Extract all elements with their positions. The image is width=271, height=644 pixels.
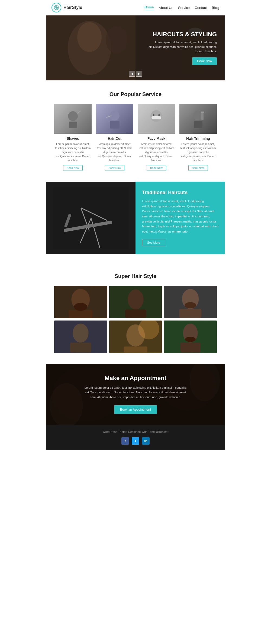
- trimming-image: [179, 104, 217, 134]
- svg-rect-23: [194, 121, 202, 128]
- nav-contact[interactable]: Contact: [195, 6, 207, 10]
- next-arrow[interactable]: ▶: [136, 71, 142, 77]
- shaves-name: Shaves: [54, 136, 92, 140]
- service-card-shaves: Shaves Lorem ipsum dolor sit amet, test …: [54, 104, 92, 171]
- shaves-book-btn[interactable]: Book Now: [63, 165, 83, 171]
- service-card-facemask: Face Mask Lorem ipsum dolor sit amet, te…: [138, 104, 175, 171]
- svg-point-8: [77, 22, 102, 52]
- popular-service-title: Our Popular Service: [54, 91, 217, 97]
- svg-point-21: [158, 114, 160, 116]
- appointment-title: Make an Appointment: [105, 375, 166, 382]
- gallery-item-3: [164, 286, 217, 318]
- svg-rect-40: [69, 310, 93, 318]
- book-appointment-button[interactable]: Book an Appointment: [114, 405, 157, 414]
- book-now-button[interactable]: Book Now: [192, 57, 217, 65]
- footer-credit: WordPress Theme Designed With TemplatToa…: [51, 430, 220, 433]
- trimming-img-bg: [179, 104, 217, 134]
- svg-rect-45: [125, 309, 146, 318]
- navbar: HairStyle Home About Us Service Contact …: [46, 0, 225, 15]
- svg-point-62: [185, 337, 196, 342]
- gallery-item-6: [164, 321, 217, 353]
- services-grid: Shaves Lorem ipsum dolor sit amet, test …: [54, 104, 217, 171]
- facemask-image: [138, 104, 175, 134]
- facemask-img-bg: [138, 104, 175, 134]
- svg-line-14: [77, 111, 81, 113]
- trimming-desc: Lorem ipsum dolor sit amet, test link ad…: [179, 142, 217, 162]
- svg-point-41: [74, 303, 87, 311]
- svg-rect-19: [151, 116, 161, 119]
- nav-home[interactable]: Home: [144, 5, 154, 10]
- svg-point-44: [128, 289, 143, 309]
- svg-rect-24: [201, 112, 204, 120]
- traditional-desc: Lorem ipsum dolor sit amet, test link ad…: [142, 199, 218, 234]
- traditional-image: [46, 182, 136, 254]
- haircut-img-bg: [96, 104, 133, 134]
- shaves-image: [54, 104, 92, 134]
- haircut-image: [96, 104, 133, 134]
- logo-text: HairStyle: [63, 5, 82, 10]
- gallery-grid: [54, 286, 217, 353]
- shaves-img-bg: [54, 104, 92, 134]
- svg-rect-25: [201, 112, 204, 113]
- hero-arrows: ◀ ▶: [129, 71, 142, 77]
- svg-point-4: [57, 8, 58, 9]
- nav-links: Home About Us Service Contact Blog: [144, 5, 220, 10]
- svg-rect-53: [70, 342, 91, 352]
- haircut-name: Hair Cut: [96, 136, 133, 140]
- appointment-section: Make an Appointment Lorem ipsum dolor si…: [46, 364, 225, 425]
- haircut-book-btn[interactable]: Book Now: [105, 165, 124, 171]
- footer: WordPress Theme Designed With TemplatToa…: [46, 425, 225, 450]
- facemask-book-btn[interactable]: Book Now: [147, 165, 166, 171]
- nav-about[interactable]: About Us: [159, 6, 173, 10]
- svg-rect-48: [179, 309, 202, 318]
- facemask-desc: Lorem ipsum dolor sit amet, test link ad…: [138, 142, 175, 162]
- hero-section: HAIRCUTS & STYLING Lorem ipsum dolor sit…: [46, 15, 225, 80]
- svg-rect-27: [53, 187, 129, 249]
- logo-icon: [51, 3, 61, 12]
- social-icons: f t in: [51, 437, 220, 445]
- twitter-icon[interactable]: t: [132, 437, 139, 445]
- gallery-item-4: [54, 321, 107, 353]
- nav-blog[interactable]: Blog: [212, 6, 220, 10]
- svg-point-3: [55, 6, 56, 7]
- facemask-name: Face Mask: [138, 136, 175, 140]
- hero-subtitle: Lorem ipsum dolor sit amet, test link ad…: [146, 40, 217, 54]
- traditional-content: Traditional Haircuts Lorem ipsum dolor s…: [136, 182, 225, 254]
- svg-point-9: [106, 26, 127, 53]
- svg-rect-56: [124, 346, 147, 352]
- see-more-button[interactable]: See More: [142, 239, 165, 246]
- gallery-item-5: [109, 321, 162, 353]
- service-card-haircut: Hair Cut Lorem ipsum dolor sit amet, tes…: [96, 104, 133, 171]
- gallery-item-1: [54, 286, 107, 318]
- service-card-trimming: Hair Trimming Lorem ipsum dolor sit amet…: [179, 104, 217, 171]
- logo[interactable]: HairStyle: [51, 3, 82, 12]
- svg-point-49: [185, 302, 196, 308]
- svg-rect-13: [69, 122, 77, 128]
- haircut-desc: Lorem ipsum dolor sit amet, test link ad…: [96, 142, 133, 162]
- svg-point-20: [153, 114, 154, 116]
- linkedin-icon[interactable]: in: [142, 437, 150, 445]
- svg-point-52: [73, 323, 88, 342]
- svg-rect-16: [110, 121, 120, 129]
- popular-service-section: Our Popular Service Shaves Lorem ipsum d…: [46, 80, 225, 182]
- appointment-desc: Lorem ipsum dolor sit amet, test link ad…: [84, 385, 187, 400]
- shaves-desc: Lorem ipsum dolor sit amet, test link ad…: [54, 142, 92, 162]
- traditional-section: Traditional Haircuts Lorem ipsum dolor s…: [46, 182, 225, 254]
- svg-rect-61: [180, 342, 201, 352]
- facebook-icon[interactable]: f: [121, 437, 129, 445]
- hero-content: HAIRCUTS & STYLING Lorem ipsum dolor sit…: [146, 31, 217, 65]
- super-hair-title: Super Hair Style: [54, 273, 217, 279]
- svg-point-12: [68, 111, 78, 121]
- nav-service[interactable]: Service: [178, 6, 190, 10]
- super-hair-section: Super Hair Style: [46, 262, 225, 364]
- trimming-name: Hair Trimming: [179, 136, 217, 140]
- traditional-title: Traditional Haircuts: [142, 190, 218, 195]
- traditional-img-inner: [46, 182, 136, 254]
- gallery-item-2: [109, 286, 162, 318]
- hero-title: HAIRCUTS & STYLING: [146, 31, 217, 38]
- prev-arrow[interactable]: ◀: [129, 71, 135, 77]
- trimming-book-btn[interactable]: Book Now: [188, 165, 208, 171]
